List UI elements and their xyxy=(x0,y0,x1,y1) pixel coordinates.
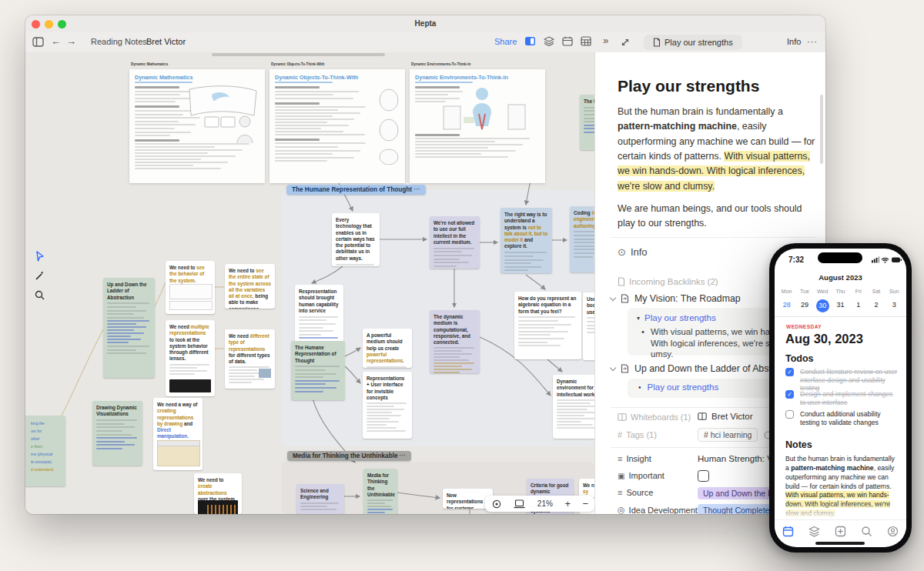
pen-tool-icon[interactable] xyxy=(35,271,45,281)
document-icon xyxy=(653,38,661,47)
presentation-eye-icon[interactable] xyxy=(491,499,502,509)
chevron-down-icon[interactable] xyxy=(610,294,616,300)
triangle-marker-icon[interactable]: ▾ xyxy=(637,315,640,322)
whiteboard-canvas[interactable]: Dynamic Mathematics Dynamic Mathematics … xyxy=(25,52,594,514)
idea-development-value[interactable]: Thought Complete xyxy=(698,503,775,514)
app-window: Hepta ← → Reading Notes Bret Victor Shar… xyxy=(25,15,825,514)
calendar-icon[interactable] xyxy=(562,36,573,46)
card-dynamic-medium[interactable]: The dynamic medium is computational, res… xyxy=(430,310,480,373)
todo-item[interactable]: ✓ Conduct literature review on user inte… xyxy=(785,368,899,392)
calendar-day[interactable]: 3 xyxy=(886,301,903,309)
note-title[interactable]: Play our strengths xyxy=(618,77,759,95)
card-different-types[interactable]: We need different type of representation… xyxy=(225,329,275,389)
expand-note-icon[interactable] xyxy=(621,38,630,47)
card-humane-representation[interactable]: The Humane Representation of Thought xyxy=(291,341,345,400)
more-options-button[interactable]: ··· xyxy=(807,37,818,46)
label-text: Important xyxy=(628,471,664,480)
table-view-icon[interactable] xyxy=(581,36,591,46)
card-left-partial[interactable]: king the um for uthor e them me (physica… xyxy=(25,416,65,486)
share-button[interactable]: Share xyxy=(494,37,517,46)
info-button[interactable]: Info xyxy=(787,37,801,46)
tab-cards-icon[interactable] xyxy=(808,526,820,537)
text-skeleton xyxy=(300,503,340,510)
card-every-technology[interactable]: Every technology that enables us in cert… xyxy=(332,213,380,266)
zoom-out-button[interactable]: − xyxy=(583,498,589,509)
whiteboard-name[interactable]: Bret Victor xyxy=(711,412,752,421)
tab-profile-icon[interactable] xyxy=(887,526,899,537)
checkbox-checked-icon[interactable]: ✓ xyxy=(785,368,794,376)
calendar-day-selected[interactable]: 30 xyxy=(814,297,832,312)
calendar-day[interactable]: 2 xyxy=(867,301,885,309)
card-entire-state[interactable]: We need to see the entire state of the s… xyxy=(225,264,275,309)
card-powerful-medium[interactable]: A powerful medium should help us create … xyxy=(363,329,412,368)
card-dynamic-environment[interactable]: Dynamic environment for intellectual wor… xyxy=(553,375,594,439)
titlebar[interactable]: Hepta xyxy=(25,15,825,32)
select-cursor-tool-icon[interactable] xyxy=(35,251,45,262)
document-dynamic-environments[interactable]: Dynamic Environments-To-Think-In xyxy=(410,69,545,183)
card-create-abstractions[interactable]: We need to create abstractions over the … xyxy=(194,473,242,514)
section-label-media[interactable]: Media for Thinking the Unthinkable ··· xyxy=(287,451,411,461)
card-algebraic-equation[interactable]: How do you represent an algebraic equati… xyxy=(514,292,581,359)
whiteboards-value[interactable]: Bret Victor xyxy=(698,412,752,421)
backlink-row-my-vision[interactable]: My Vision: The Roadmap xyxy=(611,293,741,304)
tab-search-icon[interactable] xyxy=(861,526,872,537)
note-tab-pill[interactable]: Play our strengths xyxy=(644,35,742,50)
section-title: Media for Thinking the Unthinkable xyxy=(293,452,397,459)
section-more-icon[interactable]: ··· xyxy=(400,452,406,459)
card-see-behavior[interactable]: We need to see the behavior of the syste… xyxy=(166,261,215,314)
card-representations-user-interface[interactable]: Representations + User interface for inv… xyxy=(363,372,412,439)
doc-label[interactable]: Dynamic Objects-To-Think-With xyxy=(271,62,324,66)
calendar-day[interactable]: 29 xyxy=(795,301,813,309)
backlink-note-link[interactable]: Play our strengths xyxy=(648,382,719,392)
card-use-the-body[interactable]: Use the t body is a used. xyxy=(583,292,594,360)
back-icon[interactable]: ← xyxy=(51,35,61,47)
todo-item[interactable]: Conduct additional usability testing to … xyxy=(785,410,899,426)
document-dynamic-objects[interactable]: Dynamic Objects-To-Think-With xyxy=(270,69,405,183)
section-more-icon[interactable]: ··· xyxy=(413,186,420,193)
info-section-header[interactable]: ⊙ Info xyxy=(618,246,648,258)
checkbox-unchecked-icon[interactable] xyxy=(785,410,794,419)
link-skeleton xyxy=(295,380,341,392)
sidebar-toggle-icon[interactable] xyxy=(32,37,44,47)
card-coding[interactable]: Coding is goo engineering, authoring xyxy=(570,206,594,272)
forward-icon[interactable]: → xyxy=(66,35,76,47)
doc-label[interactable]: Dynamic Environments-To-Think-In xyxy=(411,62,470,66)
layers-icon[interactable] xyxy=(544,36,554,46)
card-creating-representations[interactable]: We need a way of creating representation… xyxy=(153,398,203,470)
card-media-thinking-unthinkable[interactable]: Media for Thinking the Unthinkable xyxy=(363,469,397,514)
todo-item[interactable]: ✓ Design and implement changes to user i… xyxy=(785,390,899,406)
zoom-level[interactable]: 21% xyxy=(537,499,553,508)
backlink-doc-icon xyxy=(621,294,629,303)
calendar-day[interactable]: 1 xyxy=(849,301,867,309)
card-the-future[interactable]: The Fut xyxy=(580,95,594,150)
section-label-humane[interactable]: The Humane Representation of Thought ··· xyxy=(286,185,426,195)
card-ladder-of-abstraction[interactable]: Up and Down the Ladder of Abstraction xyxy=(103,278,155,378)
tab-calendar-icon[interactable] xyxy=(782,526,794,537)
panel-scrollbar[interactable] xyxy=(820,95,823,164)
tab-bret-victor[interactable]: Bret Victor xyxy=(146,37,186,46)
important-checkbox[interactable] xyxy=(698,470,709,482)
card-not-allowed[interactable]: We're not allowed to use our full intell… xyxy=(430,216,480,269)
document-dynamic-mathematics[interactable]: Dynamic Mathematics xyxy=(129,69,265,183)
card-drawing-dynamic-visualizations[interactable]: Drawing Dynamic Visualizations xyxy=(92,401,142,466)
doc-label[interactable]: Dynamic Mathematics xyxy=(131,62,168,66)
home-indicator[interactable] xyxy=(815,542,865,545)
backlink-note-link[interactable]: Play our strengths xyxy=(644,313,716,322)
panel-toggle-icon[interactable] xyxy=(524,36,536,46)
tab-add-icon[interactable] xyxy=(835,526,846,537)
tab-reading-notes[interactable]: Reading Notes xyxy=(91,37,147,46)
checkbox-checked-icon[interactable]: ✓ xyxy=(785,390,794,399)
note-body[interactable]: But the human brain is fundamentally a p… xyxy=(618,105,816,232)
calendar-day[interactable]: 28 xyxy=(778,301,795,309)
zoom-in-button[interactable]: + xyxy=(564,498,571,509)
idea-status-pill[interactable]: Thought Complete xyxy=(698,504,775,514)
panel-collapse-icon[interactable]: » xyxy=(603,35,608,46)
card-right-way[interactable]: The right way is to understand a system … xyxy=(500,208,552,273)
chevron-down-icon[interactable] xyxy=(610,364,616,370)
search-tool-icon[interactable] xyxy=(35,290,45,300)
tag-pill[interactable]: # hci learning xyxy=(698,428,758,442)
card-science-engineering[interactable]: Science and Engineering xyxy=(296,484,344,514)
calendar-day[interactable]: 31 xyxy=(832,301,849,309)
card-multiple-representations[interactable]: We need multiple representations to look… xyxy=(166,320,215,396)
present-device-icon[interactable] xyxy=(514,499,525,509)
